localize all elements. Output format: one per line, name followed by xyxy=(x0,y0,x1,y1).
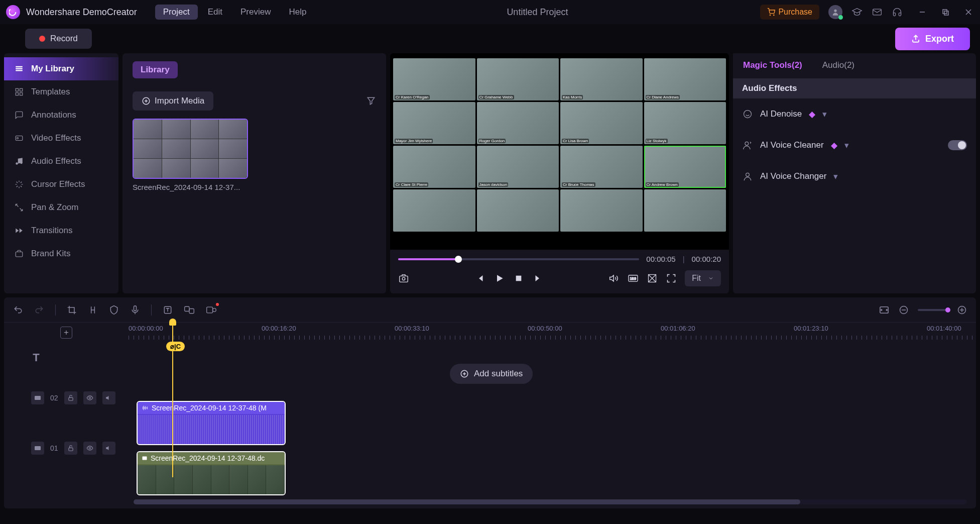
export-button[interactable]: Export xyxy=(895,28,970,50)
fit-dropdown[interactable]: Fit xyxy=(685,270,721,286)
sidebar-item-cursor-effects[interactable]: Cursor Effects xyxy=(4,173,118,196)
svg-rect-6 xyxy=(944,11,948,15)
user-avatar[interactable] xyxy=(828,5,842,19)
svg-rect-3 xyxy=(873,9,882,15)
track-visibility-button[interactable] xyxy=(83,391,96,404)
redo-button[interactable] xyxy=(34,305,44,315)
voice-cleaner-toggle[interactable] xyxy=(948,140,967,150)
menu-help[interactable]: Help xyxy=(281,5,314,20)
record-button[interactable]: Record xyxy=(25,29,92,49)
add-track-button[interactable]: + xyxy=(60,327,72,339)
next-frame-button[interactable] xyxy=(532,273,543,284)
translate-button[interactable] xyxy=(184,305,195,315)
sidebar-item-templates[interactable]: Templates xyxy=(4,80,118,103)
fit-label: Fit xyxy=(692,274,701,283)
playhead-marker[interactable]: ⌀|C xyxy=(166,342,185,351)
preview-video[interactable]: Cr Karen O'Regan Cr Grahame Webb Kas Mor… xyxy=(390,53,729,250)
crop-button[interactable] xyxy=(67,305,77,315)
svg-point-16 xyxy=(20,162,23,164)
sidebar-label: My Library xyxy=(31,64,74,74)
volume-button[interactable] xyxy=(608,273,620,284)
track-lock-button[interactable] xyxy=(64,391,77,404)
svg-point-22 xyxy=(402,277,405,280)
fit-width-button[interactable] xyxy=(879,305,890,315)
svg-point-14 xyxy=(17,138,19,139)
mail-icon[interactable] xyxy=(872,7,883,18)
import-media-button[interactable]: Import Media xyxy=(133,91,213,111)
svg-rect-32 xyxy=(185,306,189,311)
prop-ai-voice-cleaner[interactable]: AI Voice Cleaner ◆ ▾ xyxy=(733,130,976,161)
fullscreen-button[interactable] xyxy=(666,273,677,284)
cart-icon xyxy=(767,8,775,16)
track-visibility-button[interactable] xyxy=(83,442,96,455)
zoom-in-button[interactable] xyxy=(957,305,967,315)
sidebar-item-audio-effects[interactable]: Audio Effects xyxy=(4,150,118,173)
properties-panel: Magic Tools(2) Audio(2) Audio Effects AI… xyxy=(733,53,976,293)
participant-name: Cr Grahame Webb xyxy=(478,95,514,99)
sidebar-item-video-effects[interactable]: Video Effects xyxy=(4,127,118,150)
zoom-slider[interactable] xyxy=(918,309,948,311)
mic-button[interactable] xyxy=(130,305,140,315)
support-icon[interactable] xyxy=(892,7,903,18)
audio-effects-icon xyxy=(14,156,24,166)
audio-clip[interactable]: ScreenRec_2024-09-14 12-37-48 (M xyxy=(137,401,286,445)
play-button[interactable] xyxy=(494,273,505,284)
library-chip[interactable]: Library xyxy=(133,61,178,78)
text-track-icon: T xyxy=(31,353,41,363)
scrub-slider[interactable] xyxy=(398,258,639,260)
prop-ai-denoise[interactable]: AI Denoise ◆ ▾ xyxy=(733,98,976,130)
prop-label: AI Denoise xyxy=(760,109,802,119)
chevron-down-icon: ▾ xyxy=(822,109,827,120)
sidebar-item-my-library[interactable]: My Library xyxy=(4,57,118,80)
snapshot-button[interactable] xyxy=(398,273,409,284)
text-button[interactable] xyxy=(163,305,173,315)
track-mute-button[interactable] xyxy=(102,391,115,404)
maximize-button[interactable] xyxy=(940,7,951,18)
library-panel: Library Import Media ScreenRec_2024-09-1… xyxy=(122,53,386,293)
filter-button[interactable] xyxy=(366,96,376,106)
premium-icon: ◆ xyxy=(831,140,837,151)
purchase-button[interactable]: Purchase xyxy=(760,5,819,20)
track-lock-button[interactable] xyxy=(64,442,77,455)
timeline-scrollbar[interactable] xyxy=(134,499,967,504)
prop-ai-voice-changer[interactable]: AI Voice Changer ▾ xyxy=(733,161,976,192)
sidebar-item-annotations[interactable]: Annotations xyxy=(4,103,118,127)
sidebar-item-brand-kits[interactable]: Brand Kits xyxy=(4,242,118,265)
svg-point-29 xyxy=(746,173,750,176)
record-voice-button[interactable] xyxy=(206,305,217,315)
add-subtitles-button[interactable]: Add subtitles xyxy=(450,364,533,384)
brand-kits-icon xyxy=(14,249,24,259)
undo-button[interactable] xyxy=(13,305,23,315)
chevron-down-icon: ▾ xyxy=(833,171,838,182)
svg-rect-10 xyxy=(20,88,23,91)
tab-magic-tools[interactable]: Magic Tools(2) xyxy=(733,53,812,78)
aspect-button[interactable]: 16:9 xyxy=(628,273,639,284)
minimize-button[interactable] xyxy=(917,7,928,18)
svg-rect-30 xyxy=(134,305,137,310)
sidebar-item-transitions[interactable]: Transitions xyxy=(4,219,118,242)
action-row: Record Export xyxy=(0,24,980,53)
menu-preview[interactable]: Preview xyxy=(232,5,279,20)
video-clip[interactable]: ScreenRec_2024-09-14 12-37-48.dc xyxy=(137,451,286,495)
stop-button[interactable] xyxy=(513,273,524,284)
svg-point-1 xyxy=(774,15,774,15)
tab-audio[interactable]: Audio(2) xyxy=(812,53,865,78)
media-item[interactable]: ScreenRec_2024-09-14 12-37... xyxy=(133,119,248,191)
svg-point-47 xyxy=(89,397,91,399)
menu-project[interactable]: Project xyxy=(155,5,198,20)
preview-controls: 16:9 Fit xyxy=(390,265,729,293)
menu-edit[interactable]: Edit xyxy=(200,5,230,20)
grid-overlay-button[interactable] xyxy=(647,273,658,284)
graduation-icon[interactable] xyxy=(851,7,863,18)
close-button[interactable] xyxy=(963,7,974,18)
purchase-label: Purchase xyxy=(778,8,812,17)
sidebar-item-pan-zoom[interactable]: Pan & Zoom xyxy=(4,196,118,219)
subtitle-btn-label: Add subtitles xyxy=(474,369,523,379)
split-button[interactable] xyxy=(88,305,98,315)
prev-frame-button[interactable] xyxy=(475,273,486,284)
shield-button[interactable] xyxy=(109,305,119,315)
svg-point-2 xyxy=(834,10,836,12)
participant-name: Mayor Jim Wylshere xyxy=(395,139,433,143)
track-mute-button[interactable] xyxy=(102,442,115,455)
zoom-out-button[interactable] xyxy=(899,305,909,315)
